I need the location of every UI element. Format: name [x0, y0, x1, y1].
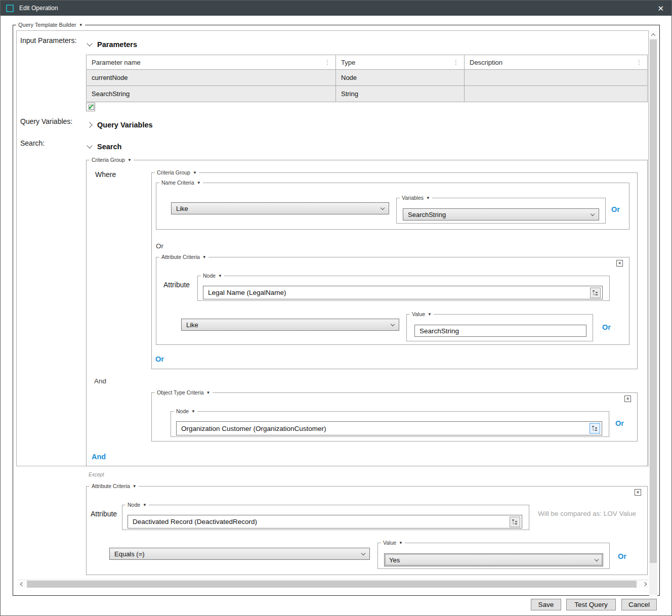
column-header-description[interactable]: Description ⋮ — [464, 55, 647, 69]
column-menu-icon[interactable]: ⋮ — [636, 59, 642, 66]
browse-tree-button[interactable] — [590, 287, 601, 298]
node-legend[interactable]: Node ▼ — [201, 272, 224, 280]
vertical-scrollbar[interactable] — [649, 30, 657, 603]
attribute-criteria-legend[interactable]: Attribute Criteria ▼ — [90, 482, 139, 490]
chevron-right-icon — [642, 582, 646, 586]
object-type-node-input[interactable] — [177, 422, 602, 435]
cancel-button[interactable]: Cancel — [621, 599, 657, 610]
legend-menu-caret-icon: ▼ — [399, 539, 403, 547]
input-parameters-label: Input Parameters: — [20, 36, 76, 45]
node-legend[interactable]: Node ▼ — [125, 501, 149, 509]
except-operator-select[interactable]: Equals (=) — [109, 548, 370, 560]
variables-select[interactable]: SearchString — [403, 208, 599, 221]
criteria-group-legend[interactable]: Criteria Group ▼ — [155, 169, 199, 177]
scroll-left-button[interactable] — [18, 580, 26, 588]
table-row: currentNode Node — [87, 69, 647, 85]
query-variables-section-header[interactable]: Query Variables — [89, 121, 153, 129]
column-menu-icon[interactable]: ⋮ — [453, 59, 459, 66]
add-row-button[interactable] — [86, 103, 95, 111]
legend-menu-caret-icon: ▼ — [133, 482, 137, 490]
cell-parameter-name[interactable]: currentNode — [87, 70, 335, 85]
or-link[interactable]: Or — [602, 323, 611, 331]
value-input[interactable] — [415, 325, 586, 336]
tree-icon — [592, 289, 599, 296]
node-legend[interactable]: Node ▼ — [174, 408, 197, 415]
titlebar: Edit Operation ✕ — [1, 1, 671, 16]
value-select[interactable]: Yes — [384, 553, 603, 566]
legend-menu-caret-icon: ▼ — [79, 21, 83, 29]
variables-group: Variables ▼ SearchString — [396, 198, 606, 224]
column-header-type[interactable]: Type ⋮ — [335, 55, 464, 69]
search-section-header[interactable]: Search — [88, 143, 121, 151]
attribute-node-input[interactable] — [128, 515, 522, 528]
browse-tree-button[interactable] — [510, 516, 520, 527]
cell-description[interactable] — [464, 86, 647, 102]
remove-criteria-icon[interactable]: ✕ — [624, 395, 631, 402]
value-legend[interactable]: Value ▼ — [410, 311, 434, 318]
except-attribute-criteria: Attribute Criteria ▼ ✕ Attribute Node ▼ — [86, 486, 648, 575]
name-criteria-legend[interactable]: Name Criteria ▼ — [159, 179, 203, 187]
scroll-up-button[interactable] — [649, 30, 657, 39]
node-field-wrap — [176, 421, 602, 435]
object-type-criteria-legend[interactable]: Object Type Criteria ▼ — [155, 389, 213, 397]
chevron-down-icon — [87, 40, 92, 46]
dialog-title: Edit Operation — [19, 5, 58, 12]
select-chevron-icon — [361, 551, 365, 555]
node-field-wrap — [128, 515, 522, 529]
name-criteria: Name Criteria ▼ Like Variables ▼ Searc — [156, 183, 629, 230]
horizontal-scrollbar[interactable] — [18, 580, 649, 588]
cell-type[interactable]: Node — [335, 70, 464, 85]
select-chevron-icon — [591, 211, 595, 215]
or-link[interactable]: Or — [618, 552, 626, 560]
query-template-builder-legend[interactable]: Query Template Builder ▼ — [16, 21, 85, 29]
horizontal-scrollbar-thumb[interactable] — [27, 581, 637, 588]
app-icon — [6, 5, 14, 12]
attribute-criteria-legend[interactable]: Attribute Criteria ▼ — [159, 253, 208, 261]
attribute-label: Attribute — [91, 510, 117, 518]
search-label: Search: — [20, 139, 45, 147]
attribute-operator-select[interactable]: Like — [181, 319, 399, 331]
attribute-node-input[interactable] — [203, 286, 602, 299]
and-add-link[interactable]: And — [92, 453, 106, 461]
parameters-section-header[interactable]: Parameters — [88, 40, 137, 49]
browse-tree-button[interactable] — [590, 423, 600, 434]
close-icon[interactable]: ✕ — [655, 4, 666, 13]
or-add-link[interactable]: Or — [155, 355, 164, 363]
attribute-label: Attribute — [163, 281, 190, 289]
or-separator-label: Or — [156, 242, 163, 250]
chevron-up-icon — [651, 33, 655, 37]
legend-menu-caret-icon: ▼ — [143, 501, 147, 509]
save-button[interactable]: Save — [531, 599, 561, 610]
value-legend[interactable]: Value ▼ — [381, 539, 405, 547]
cell-description[interactable] — [464, 70, 647, 85]
vertical-scrollbar-thumb[interactable] — [650, 39, 657, 563]
variables-legend[interactable]: Variables ▼ — [400, 194, 432, 202]
criteria-group-legend[interactable]: Criteria Group ▼ — [90, 156, 134, 164]
chevron-down-icon — [87, 143, 92, 148]
scroll-right-button[interactable] — [640, 580, 649, 588]
parameters-table: Parameter name ⋮ Type ⋮ Description ⋮ cu… — [86, 55, 648, 102]
remove-criteria-icon[interactable]: ✕ — [635, 489, 641, 496]
table-row: SearchString String — [87, 85, 647, 102]
cell-type[interactable]: String — [335, 86, 464, 102]
column-menu-icon[interactable]: ⋮ — [324, 59, 330, 66]
legend-menu-caret-icon: ▼ — [426, 194, 430, 202]
chevron-left-icon — [20, 582, 24, 586]
column-header-parameter-name[interactable]: Parameter name ⋮ — [87, 55, 335, 69]
legend-menu-caret-icon: ▼ — [428, 311, 432, 318]
or-link[interactable]: Or — [615, 419, 624, 427]
legend-menu-caret-icon: ▼ — [191, 408, 195, 415]
node-group: Node ▼ — [122, 505, 529, 530]
legend-menu-caret-icon: ▼ — [202, 253, 206, 261]
remove-criteria-icon[interactable]: ✕ — [616, 260, 623, 267]
test-query-button[interactable]: Test Query — [566, 599, 616, 610]
edit-operation-dialog: Edit Operation ✕ Query Template Builder … — [0, 0, 672, 616]
add-row-arrow-icon — [87, 103, 95, 111]
or-link[interactable]: Or — [611, 205, 620, 213]
value-group: Value ▼ Yes — [377, 543, 610, 569]
tree-icon — [592, 425, 598, 432]
and-separator-label: And — [94, 377, 106, 385]
value-group: Value ▼ — [406, 314, 593, 341]
cell-parameter-name[interactable]: SearchString — [87, 86, 335, 102]
name-operator-select[interactable]: Like — [171, 202, 389, 214]
